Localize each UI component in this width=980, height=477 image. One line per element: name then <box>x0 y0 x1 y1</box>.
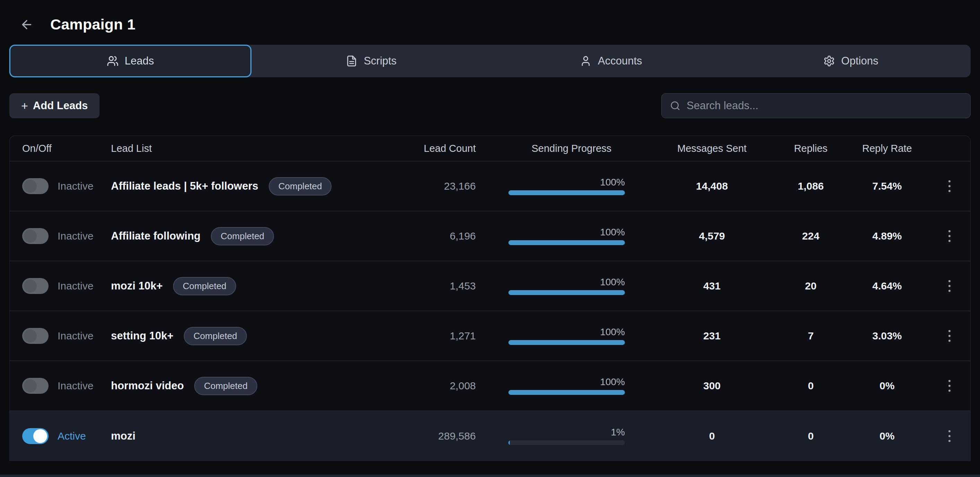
sending-progress-cell: 100% <box>495 178 648 195</box>
col-reply-rate: Reply Rate <box>845 143 929 154</box>
progress-bar: 100% <box>508 327 625 345</box>
replies-cell: 20 <box>776 280 845 292</box>
reply-rate-cell: 0% <box>845 430 929 442</box>
tab-options[interactable]: Options <box>731 45 971 77</box>
kebab-menu-icon[interactable] <box>945 427 954 445</box>
toolbar: + Add Leads <box>10 93 970 118</box>
completed-badge: Completed <box>184 327 247 345</box>
status-label: Inactive <box>57 180 93 192</box>
search-input[interactable] <box>687 100 962 112</box>
toggle-knob <box>24 329 37 342</box>
progress-fill <box>508 340 625 345</box>
lead-list-name: setting 10k+ <box>111 330 173 342</box>
lead-list-name: mozi 10k+ <box>111 280 163 292</box>
kebab-dot <box>948 190 951 192</box>
tab-scripts[interactable]: Scripts <box>251 45 492 77</box>
users-icon <box>107 55 119 67</box>
table-row: InactiveAffiliate followingCompleted6,19… <box>10 211 970 261</box>
tab-scripts-label: Scripts <box>364 55 397 67</box>
progress-track <box>508 390 625 395</box>
kebab-dot <box>948 380 951 382</box>
row-actions-cell <box>929 427 970 445</box>
table-row: Activemozi289,5861%000% <box>10 411 970 461</box>
kebab-dot <box>948 285 951 287</box>
row-actions-cell <box>929 377 970 395</box>
row-actions-cell <box>929 227 970 245</box>
onoff-cell: Inactive <box>10 178 107 194</box>
kebab-dot <box>948 180 951 182</box>
progress-percent-label: 1% <box>611 428 625 437</box>
onoff-cell: Inactive <box>10 228 107 244</box>
kebab-dot <box>948 335 951 337</box>
onoff-cell: Inactive <box>10 328 107 344</box>
toggle-knob <box>33 429 47 443</box>
onoff-toggle[interactable] <box>22 228 49 244</box>
kebab-dot <box>948 290 951 292</box>
lead-list-cell: mozi 10k+Completed <box>107 277 371 295</box>
messages-sent-cell: 231 <box>648 330 776 342</box>
progress-bar: 100% <box>508 227 625 245</box>
user-icon <box>580 55 592 67</box>
kebab-dot <box>948 390 951 392</box>
gear-icon <box>823 55 835 67</box>
progress-bar: 100% <box>508 377 625 395</box>
kebab-menu-icon[interactable] <box>945 277 954 295</box>
progress-fill <box>508 390 625 395</box>
kebab-menu-icon[interactable] <box>945 377 954 395</box>
onoff-toggle[interactable] <box>22 328 49 344</box>
sending-progress-cell: 100% <box>495 227 648 245</box>
add-leads-label: Add Leads <box>33 100 88 112</box>
replies-cell: 0 <box>776 380 845 392</box>
onoff-toggle[interactable] <box>22 278 49 294</box>
kebab-menu-icon[interactable] <box>945 326 954 345</box>
tab-leads[interactable]: Leads <box>10 45 251 77</box>
lead-list-name: Affiliate leads | 5k+ followers <box>111 180 258 192</box>
messages-sent-cell: 431 <box>648 280 776 292</box>
lead-list-cell: hormozi videoCompleted <box>107 377 371 395</box>
onoff-toggle[interactable] <box>22 428 49 444</box>
kebab-menu-icon[interactable] <box>945 177 954 196</box>
completed-badge: Completed <box>211 227 274 245</box>
reply-rate-cell: 4.64% <box>845 280 929 292</box>
progress-fill <box>508 190 625 195</box>
progress-percent-label: 100% <box>600 178 625 187</box>
page-title: Campaign 1 <box>50 16 135 33</box>
lead-count-cell: 1,271 <box>371 330 495 342</box>
sending-progress-cell: 100% <box>495 327 648 345</box>
lead-count-cell: 289,586 <box>371 430 495 442</box>
lead-count-cell: 2,008 <box>371 380 495 392</box>
kebab-dot <box>948 340 951 342</box>
messages-sent-cell: 14,408 <box>648 180 776 192</box>
sending-progress-cell: 100% <box>495 377 648 395</box>
add-leads-button[interactable]: + Add Leads <box>10 93 100 118</box>
replies-cell: 0 <box>776 430 845 442</box>
lead-count-cell: 6,196 <box>371 230 495 242</box>
row-actions-cell <box>929 326 970 345</box>
kebab-dot <box>948 430 951 432</box>
onoff-cell: Inactive <box>10 378 107 394</box>
back-button[interactable] <box>19 17 34 32</box>
tab-accounts[interactable]: Accounts <box>491 45 731 77</box>
reply-rate-cell: 7.54% <box>845 180 929 192</box>
reply-rate-cell: 0% <box>845 380 929 392</box>
table-body: InactiveAffiliate leads | 5k+ followersC… <box>10 162 970 461</box>
kebab-dot <box>948 240 951 242</box>
progress-fill <box>508 290 625 295</box>
onoff-toggle[interactable] <box>22 178 49 194</box>
progress-bar: 1% <box>508 428 625 445</box>
messages-sent-cell: 300 <box>648 380 776 392</box>
sending-progress-cell: 100% <box>495 277 648 295</box>
col-lead-list: Lead List <box>107 143 371 154</box>
table-row: Inactivehormozi videoCompleted2,008100%3… <box>10 361 970 411</box>
tab-bar: Leads Scripts Accounts Options <box>10 45 970 77</box>
plus-icon: + <box>21 99 28 113</box>
progress-fill <box>508 240 625 245</box>
kebab-menu-icon[interactable] <box>945 227 954 245</box>
status-label: Inactive <box>57 380 93 392</box>
row-actions-cell <box>929 177 970 196</box>
progress-track <box>508 190 625 195</box>
table-row: InactiveAffiliate leads | 5k+ followersC… <box>10 162 970 211</box>
reply-rate-cell: 4.89% <box>845 230 929 242</box>
messages-sent-cell: 0 <box>648 430 776 442</box>
onoff-toggle[interactable] <box>22 378 49 394</box>
